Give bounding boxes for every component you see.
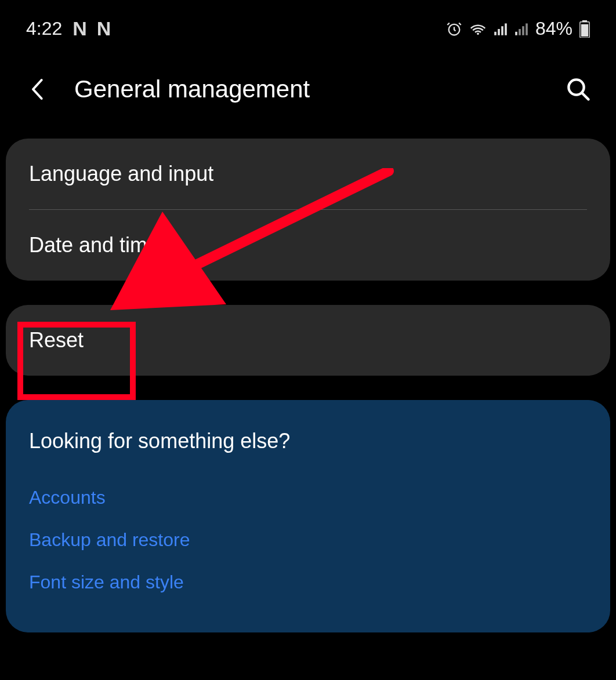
status-right: 84% <box>446 18 590 39</box>
svg-rect-11 <box>581 24 588 36</box>
settings-group-2: Reset <box>6 305 610 376</box>
chevron-left-icon <box>30 78 46 101</box>
status-bar: 4:22 N N <box>0 0 616 52</box>
status-left: 4:22 N N <box>26 17 110 40</box>
language-and-input-label: Language and input <box>29 162 213 186</box>
svg-rect-8 <box>526 23 528 35</box>
svg-rect-4 <box>505 23 507 35</box>
suggestions-title: Looking for something else? <box>29 429 587 453</box>
accounts-link[interactable]: Accounts <box>29 477 587 519</box>
font-size-style-label: Font size and style <box>29 572 184 592</box>
accounts-label: Accounts <box>29 487 106 508</box>
suggestions-card: Looking for something else? Accounts Bac… <box>6 400 610 632</box>
language-and-input-item[interactable]: Language and input <box>6 139 610 209</box>
page-title: General management <box>74 75 564 103</box>
battery-percentage: 84% <box>535 18 572 39</box>
notification-icon-1: N <box>73 17 86 40</box>
battery-icon <box>579 20 590 38</box>
page-header: General management <box>0 52 616 139</box>
date-and-time-item[interactable]: Date and time <box>6 210 610 281</box>
svg-rect-6 <box>519 29 521 35</box>
backup-restore-label: Backup and restore <box>29 529 190 550</box>
date-and-time-label: Date and time <box>29 233 159 257</box>
search-icon <box>566 77 590 101</box>
settings-group-1: Language and input Date and time <box>6 139 610 281</box>
svg-rect-2 <box>498 29 500 35</box>
backup-restore-link[interactable]: Backup and restore <box>29 519 587 561</box>
wifi-icon <box>469 21 487 37</box>
reset-label: Reset <box>29 328 84 352</box>
svg-rect-1 <box>494 31 497 35</box>
signal-icon-1 <box>494 22 508 36</box>
svg-rect-7 <box>522 26 524 35</box>
font-size-style-link[interactable]: Font size and style <box>29 561 587 603</box>
svg-rect-5 <box>515 31 517 35</box>
back-button[interactable] <box>23 75 52 104</box>
search-button[interactable] <box>564 75 593 104</box>
svg-rect-3 <box>501 26 503 35</box>
status-time: 4:22 <box>26 18 62 39</box>
alarm-icon <box>446 21 462 37</box>
signal-icon-2 <box>514 22 528 36</box>
reset-item[interactable]: Reset <box>6 305 610 376</box>
notification-icon-2: N <box>97 17 111 40</box>
